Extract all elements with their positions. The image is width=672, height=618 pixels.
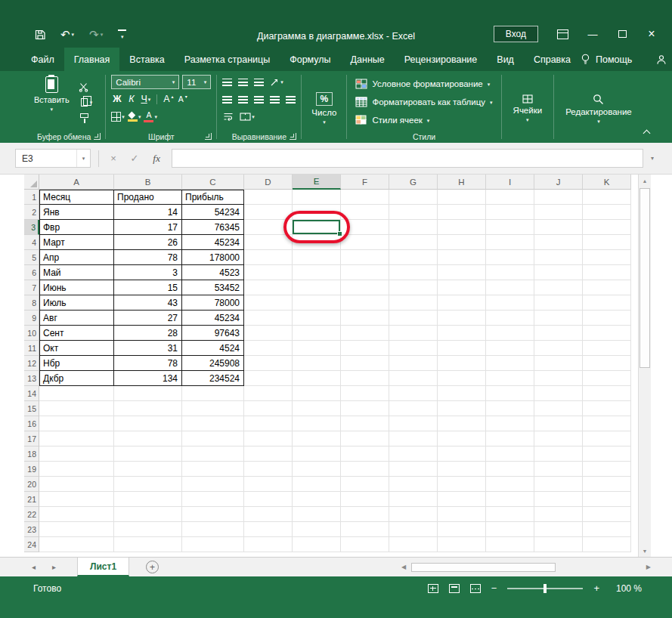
font-dialog-launcher[interactable] xyxy=(205,133,212,140)
cell-F24[interactable] xyxy=(341,537,389,552)
cell-K23[interactable] xyxy=(583,522,631,537)
cell-C9[interactable]: 45234 xyxy=(182,311,244,326)
cell-D12[interactable] xyxy=(244,356,293,371)
ribbon-tab[interactable]: Главная xyxy=(64,48,120,71)
cell-D14[interactable] xyxy=(244,386,293,401)
cell-E19[interactable] xyxy=(293,462,341,477)
cell-F13[interactable] xyxy=(341,371,389,386)
cell-D23[interactable] xyxy=(244,522,293,537)
cell-K5[interactable] xyxy=(583,250,631,265)
cell-G7[interactable] xyxy=(389,280,438,295)
cell-styles-button[interactable]: Стили ячеек ▾ xyxy=(352,112,495,128)
cell-C20[interactable] xyxy=(182,477,244,492)
cell-D1[interactable] xyxy=(244,190,293,205)
cell-G10[interactable] xyxy=(389,326,438,341)
cell-H24[interactable] xyxy=(438,537,486,552)
cell-E16[interactable] xyxy=(293,416,341,431)
increase-font-button[interactable]: А▴ xyxy=(163,94,174,104)
cell-C12[interactable]: 245908 xyxy=(182,356,244,371)
cell-A11[interactable]: Окт xyxy=(39,341,114,356)
cell-K1[interactable] xyxy=(583,190,631,205)
cell-G17[interactable] xyxy=(389,431,438,447)
cell-F20[interactable] xyxy=(341,477,389,492)
cell-K22[interactable] xyxy=(583,507,631,522)
cell-A13[interactable]: Дкбр xyxy=(39,371,114,386)
cell-D2[interactable] xyxy=(244,205,293,220)
cell-A7[interactable]: Июнь xyxy=(39,280,114,295)
cancel-button[interactable]: × xyxy=(107,153,120,164)
cell-B2[interactable]: 14 xyxy=(114,205,182,220)
column-header-A[interactable]: A xyxy=(39,175,114,190)
cell-B12[interactable]: 78 xyxy=(114,356,182,371)
close-button[interactable]: × xyxy=(646,27,657,41)
cell-C14[interactable] xyxy=(182,386,244,401)
vertical-scrollbar[interactable]: ▲ ▼ xyxy=(638,175,651,557)
font-size-combo[interactable]: 11▾ xyxy=(182,75,211,89)
insert-function-button[interactable]: fx xyxy=(149,153,164,165)
row-header-21[interactable]: 21 xyxy=(24,492,39,507)
cell-J7[interactable] xyxy=(534,280,583,295)
cell-J6[interactable] xyxy=(534,265,583,280)
cell-K8[interactable] xyxy=(583,295,631,311)
row-header-8[interactable]: 8 xyxy=(24,295,39,311)
cell-E18[interactable] xyxy=(293,447,341,462)
page-layout-view-icon[interactable] xyxy=(449,584,460,593)
cell-H1[interactable] xyxy=(438,190,486,205)
sign-in-button[interactable]: Вход xyxy=(494,26,538,42)
align-left-icon[interactable] xyxy=(222,96,232,104)
cell-K7[interactable] xyxy=(583,280,631,295)
cell-E3[interactable] xyxy=(293,220,341,235)
help-button[interactable]: Помощь xyxy=(581,54,632,65)
row-header-13[interactable]: 13 xyxy=(24,371,39,386)
cell-C24[interactable] xyxy=(182,537,244,552)
cell-F14[interactable] xyxy=(341,386,389,401)
cell-I8[interactable] xyxy=(486,295,534,311)
cell-B6[interactable]: 3 xyxy=(114,265,182,280)
cell-F4[interactable] xyxy=(341,235,389,250)
cell-E11[interactable] xyxy=(293,341,341,356)
cell-E17[interactable] xyxy=(293,431,341,447)
minimize-button[interactable]: — xyxy=(587,29,598,40)
font-color-button[interactable]: А▾ xyxy=(144,111,157,122)
cell-B15[interactable] xyxy=(114,401,182,416)
cell-J15[interactable] xyxy=(534,401,583,416)
cell-C1[interactable]: Прибыль xyxy=(182,190,244,205)
cell-K13[interactable] xyxy=(583,371,631,386)
cell-J13[interactable] xyxy=(534,371,583,386)
cell-C16[interactable] xyxy=(182,416,244,431)
scroll-up-icon[interactable]: ▲ xyxy=(639,175,651,187)
row-header-4[interactable]: 4 xyxy=(24,235,39,250)
cell-C4[interactable]: 45234 xyxy=(182,235,244,250)
enter-button[interactable]: ✓ xyxy=(128,153,141,164)
row-header-9[interactable]: 9 xyxy=(24,311,39,326)
cell-D5[interactable] xyxy=(244,250,293,265)
cell-B10[interactable]: 28 xyxy=(114,326,182,341)
cell-K11[interactable] xyxy=(583,341,631,356)
cell-H5[interactable] xyxy=(438,250,486,265)
cell-I20[interactable] xyxy=(486,477,534,492)
zoom-out-button[interactable]: − xyxy=(491,583,497,593)
cell-E13[interactable] xyxy=(293,371,341,386)
cell-F23[interactable] xyxy=(341,522,389,537)
cell-J20[interactable] xyxy=(534,477,583,492)
cell-I24[interactable] xyxy=(486,537,534,552)
cell-K10[interactable] xyxy=(583,326,631,341)
ribbon-tab[interactable]: Рецензирование xyxy=(395,48,488,71)
cell-F11[interactable] xyxy=(341,341,389,356)
format-painter-button[interactable] xyxy=(79,112,93,122)
borders-button[interactable]: ▾ xyxy=(111,112,125,122)
cell-E7[interactable] xyxy=(293,280,341,295)
cell-B23[interactable] xyxy=(114,522,182,537)
cell-G21[interactable] xyxy=(389,492,438,507)
cell-C13[interactable]: 234524 xyxy=(182,371,244,386)
cell-A18[interactable] xyxy=(39,447,114,462)
cell-F3[interactable] xyxy=(341,220,389,235)
cell-J12[interactable] xyxy=(534,356,583,371)
cell-I10[interactable] xyxy=(486,326,534,341)
ribbon-tab[interactable]: Справка xyxy=(524,48,581,71)
cell-K18[interactable] xyxy=(583,447,631,462)
name-box[interactable]: E3 ▾ xyxy=(15,149,91,168)
column-header-D[interactable]: D xyxy=(244,175,293,190)
cell-D22[interactable] xyxy=(244,507,293,522)
cell-K17[interactable] xyxy=(583,431,631,447)
